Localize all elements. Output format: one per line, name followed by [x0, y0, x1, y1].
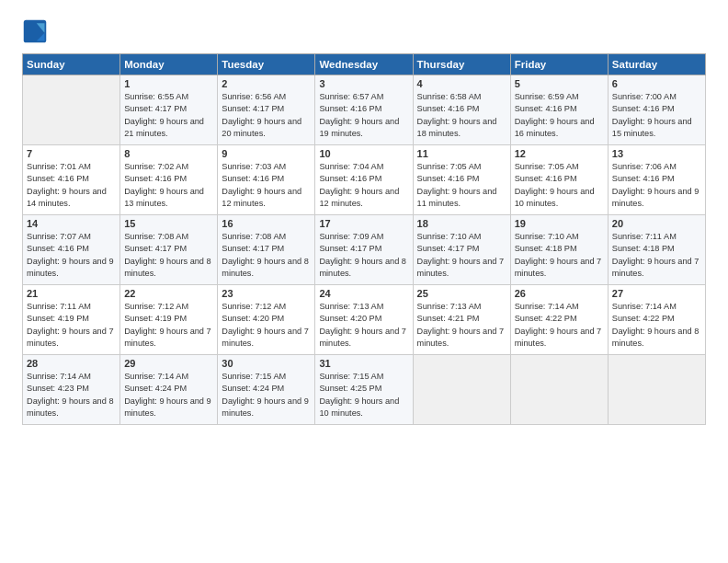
header-day: Saturday [608, 54, 705, 75]
day-info: Sunrise: 7:12 AMSunset: 4:20 PMDaylight:… [222, 301, 311, 350]
calendar-cell [23, 75, 120, 145]
calendar-cell: 21Sunrise: 7:11 AMSunset: 4:19 PMDayligh… [23, 285, 120, 355]
day-info: Sunrise: 7:05 AMSunset: 4:16 PMDaylight:… [417, 161, 506, 210]
day-info: Sunrise: 7:09 AMSunset: 4:17 PMDaylight:… [319, 231, 408, 280]
day-info: Sunrise: 7:02 AMSunset: 4:16 PMDaylight:… [124, 161, 213, 210]
day-number: 12 [515, 148, 604, 159]
day-number: 2 [222, 78, 311, 89]
calendar-cell: 25Sunrise: 7:13 AMSunset: 4:21 PMDayligh… [413, 285, 510, 355]
calendar-cell: 29Sunrise: 7:14 AMSunset: 4:24 PMDayligh… [120, 355, 218, 425]
day-number: 17 [319, 218, 408, 229]
day-number: 21 [27, 288, 116, 299]
day-info: Sunrise: 6:56 AMSunset: 4:17 PMDaylight:… [222, 91, 311, 140]
page: SundayMondayTuesdayWednesdayThursdayFrid… [0, 0, 728, 563]
day-info: Sunrise: 7:10 AMSunset: 4:17 PMDaylight:… [417, 231, 506, 280]
calendar-cell: 14Sunrise: 7:07 AMSunset: 4:16 PMDayligh… [23, 215, 120, 285]
calendar-week: 28Sunrise: 7:14 AMSunset: 4:23 PMDayligh… [23, 355, 706, 425]
header-day: Tuesday [218, 54, 315, 75]
calendar-cell: 8Sunrise: 7:02 AMSunset: 4:16 PMDaylight… [120, 145, 218, 215]
calendar-cell: 6Sunrise: 7:00 AMSunset: 4:16 PMDaylight… [608, 75, 705, 145]
day-number: 25 [417, 288, 506, 299]
calendar-cell: 1Sunrise: 6:55 AMSunset: 4:17 PMDaylight… [120, 75, 218, 145]
calendar-cell: 4Sunrise: 6:58 AMSunset: 4:16 PMDaylight… [413, 75, 510, 145]
calendar-cell: 23Sunrise: 7:12 AMSunset: 4:20 PMDayligh… [218, 285, 315, 355]
calendar-cell: 24Sunrise: 7:13 AMSunset: 4:20 PMDayligh… [315, 285, 413, 355]
calendar-cell: 18Sunrise: 7:10 AMSunset: 4:17 PMDayligh… [413, 215, 510, 285]
day-number: 13 [612, 148, 701, 159]
calendar-cell: 22Sunrise: 7:12 AMSunset: 4:19 PMDayligh… [120, 285, 218, 355]
day-info: Sunrise: 7:05 AMSunset: 4:16 PMDaylight:… [515, 161, 604, 210]
day-number: 6 [612, 78, 701, 89]
calendar-cell: 31Sunrise: 7:15 AMSunset: 4:25 PMDayligh… [315, 355, 413, 425]
day-number: 24 [319, 288, 408, 299]
calendar-cell [413, 355, 510, 425]
calendar-cell [608, 355, 705, 425]
day-number: 19 [515, 218, 604, 229]
day-info: Sunrise: 7:06 AMSunset: 4:16 PMDaylight:… [612, 161, 701, 210]
day-number: 20 [612, 218, 701, 229]
calendar-cell [510, 355, 608, 425]
calendar-cell: 7Sunrise: 7:01 AMSunset: 4:16 PMDaylight… [23, 145, 120, 215]
day-number: 15 [124, 218, 213, 229]
calendar-cell: 27Sunrise: 7:14 AMSunset: 4:22 PMDayligh… [608, 285, 705, 355]
day-number: 14 [27, 218, 116, 229]
header-day: Sunday [23, 54, 120, 75]
day-number: 11 [417, 148, 506, 159]
calendar-cell: 19Sunrise: 7:10 AMSunset: 4:18 PMDayligh… [510, 215, 608, 285]
calendar-cell: 3Sunrise: 6:57 AMSunset: 4:16 PMDaylight… [315, 75, 413, 145]
calendar-cell: 13Sunrise: 7:06 AMSunset: 4:16 PMDayligh… [608, 145, 705, 215]
header-day: Thursday [413, 54, 510, 75]
day-number: 7 [27, 148, 116, 159]
calendar-week: 7Sunrise: 7:01 AMSunset: 4:16 PMDaylight… [23, 145, 706, 215]
calendar-cell: 12Sunrise: 7:05 AMSunset: 4:16 PMDayligh… [510, 145, 608, 215]
day-info: Sunrise: 7:03 AMSunset: 4:16 PMDaylight:… [222, 161, 311, 210]
day-info: Sunrise: 7:00 AMSunset: 4:16 PMDaylight:… [612, 91, 701, 140]
day-number: 26 [515, 288, 604, 299]
day-info: Sunrise: 7:13 AMSunset: 4:21 PMDaylight:… [417, 301, 506, 350]
calendar-cell: 10Sunrise: 7:04 AMSunset: 4:16 PMDayligh… [315, 145, 413, 215]
day-info: Sunrise: 7:14 AMSunset: 4:24 PMDaylight:… [124, 371, 213, 419]
calendar-cell: 9Sunrise: 7:03 AMSunset: 4:16 PMDaylight… [218, 145, 315, 215]
day-number: 22 [124, 288, 213, 299]
day-info: Sunrise: 7:11 AMSunset: 4:19 PMDaylight:… [27, 301, 116, 350]
header-day: Wednesday [315, 54, 413, 75]
calendar-cell: 20Sunrise: 7:11 AMSunset: 4:18 PMDayligh… [608, 215, 705, 285]
calendar-cell: 30Sunrise: 7:15 AMSunset: 4:24 PMDayligh… [218, 355, 315, 425]
header-row: SundayMondayTuesdayWednesdayThursdayFrid… [23, 54, 706, 75]
logo-icon [22, 18, 48, 44]
day-info: Sunrise: 7:11 AMSunset: 4:18 PMDaylight:… [612, 231, 701, 280]
day-number: 1 [124, 78, 213, 89]
calendar-cell: 11Sunrise: 7:05 AMSunset: 4:16 PMDayligh… [413, 145, 510, 215]
day-info: Sunrise: 6:57 AMSunset: 4:16 PMDaylight:… [319, 91, 408, 140]
calendar-cell: 5Sunrise: 6:59 AMSunset: 4:16 PMDaylight… [510, 75, 608, 145]
day-number: 18 [417, 218, 506, 229]
calendar-table: SundayMondayTuesdayWednesdayThursdayFrid… [22, 53, 706, 425]
logo [22, 18, 51, 44]
calendar-week: 1Sunrise: 6:55 AMSunset: 4:17 PMDaylight… [23, 75, 706, 145]
calendar-cell: 26Sunrise: 7:14 AMSunset: 4:22 PMDayligh… [510, 285, 608, 355]
day-info: Sunrise: 7:14 AMSunset: 4:22 PMDaylight:… [515, 301, 604, 350]
calendar-week: 14Sunrise: 7:07 AMSunset: 4:16 PMDayligh… [23, 215, 706, 285]
header-day: Monday [120, 54, 218, 75]
day-number: 29 [124, 358, 213, 369]
day-info: Sunrise: 7:10 AMSunset: 4:18 PMDaylight:… [515, 231, 604, 280]
calendar-cell: 2Sunrise: 6:56 AMSunset: 4:17 PMDaylight… [218, 75, 315, 145]
day-info: Sunrise: 7:01 AMSunset: 4:16 PMDaylight:… [27, 161, 116, 210]
day-info: Sunrise: 7:14 AMSunset: 4:22 PMDaylight:… [612, 301, 701, 350]
day-number: 10 [319, 148, 408, 159]
day-number: 5 [515, 78, 604, 89]
day-info: Sunrise: 7:04 AMSunset: 4:16 PMDaylight:… [319, 161, 408, 210]
day-info: Sunrise: 7:07 AMSunset: 4:16 PMDaylight:… [27, 231, 116, 280]
day-number: 8 [124, 148, 213, 159]
header-day: Friday [510, 54, 608, 75]
day-number: 9 [222, 148, 311, 159]
day-number: 28 [27, 358, 116, 369]
calendar-cell: 17Sunrise: 7:09 AMSunset: 4:17 PMDayligh… [315, 215, 413, 285]
day-info: Sunrise: 7:13 AMSunset: 4:20 PMDaylight:… [319, 301, 408, 350]
day-info: Sunrise: 7:14 AMSunset: 4:23 PMDaylight:… [27, 371, 116, 419]
calendar-cell: 16Sunrise: 7:08 AMSunset: 4:17 PMDayligh… [218, 215, 315, 285]
day-info: Sunrise: 7:08 AMSunset: 4:17 PMDaylight:… [124, 231, 213, 280]
day-info: Sunrise: 7:15 AMSunset: 4:24 PMDaylight:… [222, 371, 311, 419]
day-info: Sunrise: 7:15 AMSunset: 4:25 PMDaylight:… [319, 371, 408, 419]
day-number: 16 [222, 218, 311, 229]
